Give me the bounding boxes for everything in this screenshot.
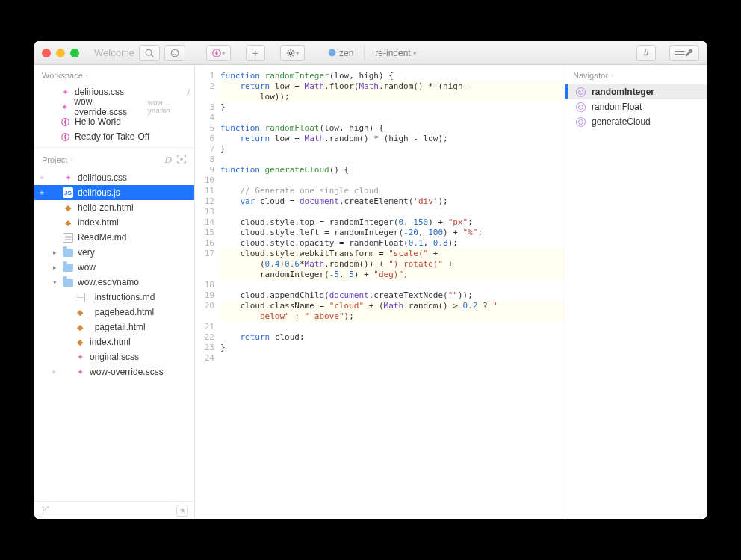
html-icon: ◆ [75,307,85,317]
smile-icon [170,48,180,58]
item-label: delirious.js [78,187,120,198]
star-icon[interactable]: ★ [39,189,46,196]
tree-file[interactable]: ◆_pagehead.html [34,305,194,320]
svg-point-12 [42,513,44,515]
svg-point-6 [289,52,292,55]
reindent-button[interactable]: re-indent ▾ [372,48,419,58]
sidebar: Workspace › ✦delirious.css/✦wow-override… [34,65,195,519]
workspace-item[interactable]: Ready for Take-Off [34,129,194,144]
compass-icon [211,48,222,58]
star-icon[interactable]: ★ [51,368,58,376]
folder-icon [63,262,73,273]
navigator-label: randomFloat [592,102,642,112]
svg-line-1 [151,55,153,57]
sidebar-footer: ★ [34,501,194,519]
md-icon [75,293,85,302]
svg-point-4 [176,51,176,52]
search-button[interactable] [139,45,160,61]
item-badge: wow…ynamo [148,99,190,115]
item-label: Ready for Take-Off [75,131,149,142]
tools-button[interactable] [669,45,699,61]
nav-button[interactable]: ▾ [206,45,231,61]
svg-point-2 [171,49,179,57]
navigator-item[interactable]: randomInteger [565,84,707,99]
item-label: delirious.css [78,172,127,183]
project-header[interactable]: Project › D [34,147,194,170]
disclosure-icon[interactable]: ▸ [51,249,58,256]
svg-point-10 [180,158,183,161]
dynamo-icon[interactable]: D [165,154,172,166]
tree-folder[interactable]: ▸wow [34,260,194,275]
item-label: ReadMe.md [78,232,126,243]
minimize-icon[interactable] [56,49,65,57]
selection-bar [565,84,568,99]
item-label: wow-override.scss [74,96,143,117]
svg-point-7 [329,49,336,57]
branch-icon[interactable] [40,506,51,515]
folder-icon [63,277,73,287]
tree-file[interactable]: ◆hello-zen.html [34,200,194,215]
sliders-icon [675,49,685,57]
navigator-header[interactable]: Navigator › [565,65,707,84]
navigator-list: randomIntegerrandomFloatgenerateCloud [565,84,707,129]
settings-button[interactable]: ▾ [280,45,305,61]
code-area[interactable]: 123456789101112131415161718192021222324 … [195,65,565,519]
css-icon: ✦ [63,172,73,183]
close-icon[interactable] [42,49,51,57]
tree-file[interactable]: ◆index.html [34,335,194,349]
zoom-icon[interactable] [70,49,79,57]
tree-file[interactable]: ✦original.scss [34,349,194,364]
code-content[interactable]: function randomInteger(low, high) { retu… [220,71,565,519]
tree-file[interactable]: ★✦delirious.css [34,170,194,185]
navigator-item[interactable]: randomFloat [565,99,707,114]
tree-file[interactable]: ★JSdelirious.js [34,185,194,200]
disclosure-icon[interactable]: ▸ [51,264,58,271]
item-label: Hello World [75,116,121,127]
disclosure-icon[interactable]: ▾ [51,279,58,286]
window-controls [42,49,79,57]
workspace-list: ✦delirious.css/✦wow-override.scsswow…yna… [34,84,194,144]
tree-file[interactable]: _instructions.md [34,290,194,305]
css-icon: ✦ [59,102,69,112]
workspace-item[interactable]: Hello World [34,114,194,129]
item-label: very [78,247,95,258]
favorite-toggle[interactable]: ★ [176,505,188,517]
md-icon [63,233,73,243]
workspace-item[interactable]: ✦wow-override.scsswow…ynamo [34,99,194,114]
zen-label: zen [339,48,353,58]
window-title: Welcome [94,47,134,58]
navigator-item[interactable]: generateCloud [565,114,707,129]
app-window: Welcome ▾ + ▾ zen re-indent ▾ # [34,41,707,519]
project-label: Project [42,155,67,164]
line-gutter: 123456789101112131415161718192021222324 [195,71,220,519]
html-icon: ◆ [63,202,73,213]
titlebar: Welcome ▾ + ▾ zen re-indent ▾ # [34,41,707,65]
svg-point-0 [146,49,152,55]
item-label: _pagetail.html [90,322,146,332]
tree-folder[interactable]: ▸very [34,245,194,260]
svg-point-3 [173,51,174,52]
item-label: hello-zen.html [78,202,134,213]
svg-point-11 [42,506,44,508]
globe-icon [327,48,337,57]
hash-button[interactable]: # [636,45,656,61]
wrench-icon [683,48,694,58]
zen-mode-button[interactable]: zen [324,48,356,58]
tree-file[interactable]: ★✦wow-override.scss [34,364,194,379]
compass-icon [60,116,70,127]
smile-button[interactable] [164,45,185,61]
svg-point-13 [47,506,49,508]
workspace-header[interactable]: Workspace › [34,65,194,84]
tree-folder[interactable]: ▾wow.esdynamo [34,275,194,290]
navigator-panel: Navigator › randomIntegerrandomFloatgene… [565,65,707,519]
tree-file[interactable]: ◆index.html [34,215,194,230]
html-icon: ◆ [63,217,73,228]
tree-file[interactable]: ◆_pagetail.html [34,320,194,335]
star-icon[interactable]: ★ [39,174,46,181]
scan-icon[interactable] [176,154,187,164]
add-button[interactable]: + [246,45,265,61]
item-label: _instructions.md [90,292,155,302]
editor: 123456789101112131415161718192021222324 … [195,65,707,519]
search-icon [144,48,155,58]
tree-file[interactable]: ReadMe.md [34,230,194,245]
